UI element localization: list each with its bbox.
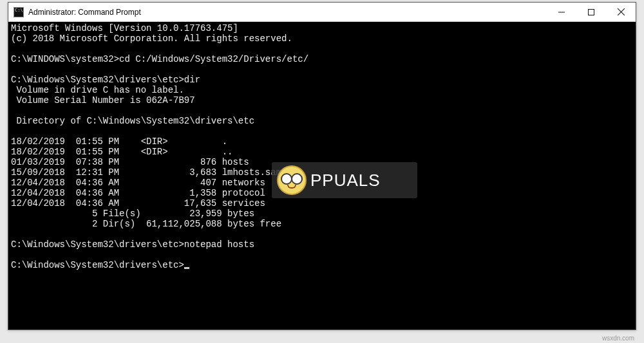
console-header-2: (c) 2018 Microsoft Corporation. All righ… — [11, 33, 292, 44]
appuals-face-icon — [277, 165, 307, 195]
window-title: Administrator: Command Prompt — [28, 8, 141, 17]
window-controls — [547, 3, 636, 21]
watermark-text: wsxdn.com — [602, 335, 634, 342]
dir-row: 15/09/2018 12:31 PM 3,683 lmhosts.sam — [11, 167, 281, 178]
watermark-logo-overlay: PPUALS — [272, 162, 417, 198]
dir-row: 01/03/2019 07:38 PM 876 hosts — [11, 157, 249, 167]
text-cursor — [184, 267, 189, 269]
prompt-2-path: C:\Windows\System32\drivers\etc> — [11, 75, 184, 85]
prompt-3-cmd: notepad hosts — [184, 239, 254, 250]
prompt-2-cmd: dir — [184, 75, 200, 85]
prompt-3-path: C:\Windows\System32\drivers\etc> — [11, 239, 184, 250]
directory-of: Directory of C:\Windows\System32\drivers… — [11, 116, 254, 126]
prompt-1-cmd: cd C:/Windows/System32/Drivers/etc/ — [119, 54, 308, 64]
dir-row: 12/04/2018 04:36 AM 1,358 protocol — [11, 188, 265, 198]
dir-row: 18/02/2019 01:55 PM <DIR> .. — [11, 147, 232, 157]
titlebar[interactable]: C:\ Administrator: Command Prompt — [8, 3, 636, 22]
prompt-4-path: C:\Windows\System32\drivers\etc> — [11, 260, 184, 270]
dir-row: 18/02/2019 01:55 PM <DIR> . — [11, 136, 227, 147]
minimize-button[interactable] — [547, 3, 576, 21]
close-button[interactable] — [606, 3, 636, 21]
maximize-button[interactable] — [576, 3, 606, 21]
dir-summary: 2 Dir(s) 61,112,025,088 bytes free — [11, 219, 281, 229]
dir-row: 12/04/2018 04:36 AM 407 networks — [11, 178, 265, 188]
volume-line-2: Volume Serial Number is 062A-7B97 — [11, 95, 195, 106]
console-header-1: Microsoft Windows [Version 10.0.17763.47… — [11, 23, 238, 33]
prompt-1-path: C:\WINDOWS\system32> — [11, 54, 119, 64]
volume-line-1: Volume in drive C has no label. — [11, 85, 184, 95]
svg-rect-1 — [589, 9, 594, 15]
appuals-logo-text: PPUALS — [310, 171, 381, 190]
dir-summary: 5 File(s) 23,959 bytes — [11, 209, 254, 219]
cmd-icon: C:\ — [14, 7, 24, 17]
dir-row: 12/04/2018 04:36 AM 17,635 services — [11, 198, 265, 209]
